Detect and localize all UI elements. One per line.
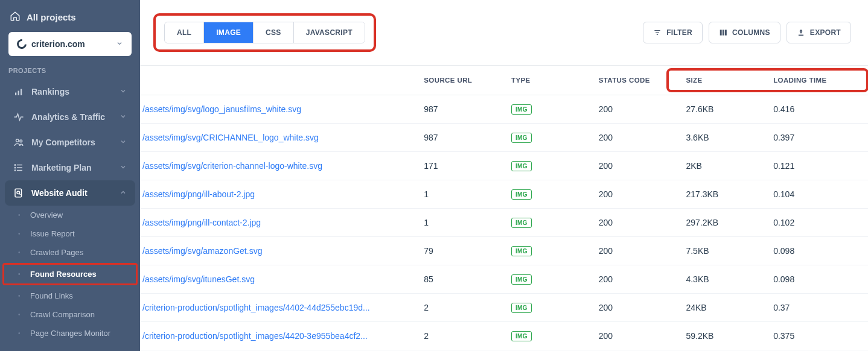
type-badge: IMG: [511, 331, 532, 341]
sidebar-item-website-audit[interactable]: Website Audit: [5, 180, 135, 206]
resource-link[interactable]: /assets/img/png/ill-about-2.jpg: [142, 189, 255, 199]
sidebar-subitem-issue-report[interactable]: Issue Report: [0, 224, 140, 243]
project-logo-icon: [15, 37, 29, 51]
chevron-down-icon: [120, 163, 127, 172]
col-status-code[interactable]: STATUS CODE: [592, 66, 679, 95]
resource-type-tabs: ALLIMAGECSSJAVASCRIPT: [164, 22, 365, 43]
tab-image[interactable]: IMAGE: [204, 22, 254, 43]
tab-all[interactable]: ALL: [165, 22, 204, 43]
table-row[interactable]: /assets/img/svg/CRICHANNEL_logo_white.sv…: [140, 124, 868, 152]
cell-source-url: 2: [416, 294, 504, 322]
sidebar-subitem-page-changes-monitor[interactable]: Page Changes Monitor: [0, 324, 140, 343]
type-badge: IMG: [511, 161, 532, 171]
projects-section-label: PROJECTS: [0, 67, 140, 79]
col-type[interactable]: TYPE: [504, 66, 592, 95]
cell-size: 7.5KB: [678, 237, 766, 265]
cell-resource: /assets/img/svg/logo_janusfilms_white.sv…: [140, 95, 416, 124]
export-button[interactable]: EXPORT: [787, 22, 851, 43]
cell-loading-time: 0.375: [766, 322, 868, 350]
table-row[interactable]: /criterion-production/spotlight_images/4…: [140, 322, 868, 350]
cell-size: 297.2KB: [678, 209, 766, 237]
resource-link[interactable]: /assets/img/svg/CRICHANNEL_logo_white.sv…: [142, 133, 319, 142]
resource-link[interactable]: /criterion-production/spotlight_images/4…: [142, 331, 368, 341]
table-container[interactable]: SOURCE URL TYPE STATUS CODE SIZE LOADING…: [140, 66, 868, 351]
sidebar-item-marketing-plan[interactable]: Marketing Plan: [5, 155, 135, 180]
resource-link[interactable]: /assets/img/svg/logo_janusfilms_white.sv…: [142, 104, 301, 114]
cell-type: IMG: [504, 265, 592, 294]
cell-source-url: 85: [416, 265, 504, 294]
cell-source-url: 171: [416, 152, 504, 180]
svg-rect-17: [720, 30, 722, 35]
type-badge: IMG: [511, 104, 532, 115]
cell-size: 59.2KB: [678, 322, 766, 350]
resource-link[interactable]: /assets/img/png/ill-contact-2.jpg: [142, 218, 261, 227]
svg-rect-1: [18, 91, 19, 96]
svg-rect-2: [21, 89, 22, 96]
table-row[interactable]: /assets/img/svg/itunesGet.svg85IMG2004.3…: [140, 265, 868, 294]
sidebar-subitem-overview[interactable]: Overview: [0, 206, 140, 224]
cell-resource: /assets/img/svg/CRICHANNEL_logo_white.sv…: [140, 124, 416, 152]
cell-status: 200: [592, 294, 679, 322]
cell-resource: /assets/img/png/ill-about-2.jpg: [140, 180, 416, 209]
cell-status: 200: [592, 237, 679, 265]
tab-javascript[interactable]: JAVASCRIPT: [294, 22, 365, 43]
project-selector[interactable]: criterion.com: [8, 32, 132, 56]
col-size[interactable]: SIZE: [678, 66, 766, 95]
table-row[interactable]: /assets/img/svg/criterion-channel-logo-w…: [140, 152, 868, 180]
search-page-icon: [13, 188, 24, 198]
chevron-up-icon: [120, 188, 127, 198]
resource-link[interactable]: /assets/img/svg/amazonGet.svg: [142, 246, 262, 256]
cell-type: IMG: [504, 294, 592, 322]
sidebar-subitem-crawl-comparison[interactable]: Crawl Comparison: [0, 305, 140, 324]
cell-source-url: 2: [416, 322, 504, 350]
chevron-down-icon: [120, 112, 127, 122]
filter-button[interactable]: FILTER: [643, 22, 703, 43]
main-content: ALLIMAGECSSJAVASCRIPT FILTER COLUMNS: [140, 0, 868, 351]
svg-point-4: [20, 140, 22, 142]
sidebar-subitem-crawled-pages[interactable]: Crawled Pages: [0, 243, 140, 262]
chevron-down-icon: [116, 40, 123, 49]
cell-loading-time: 0.104: [766, 180, 868, 209]
cell-resource: /criterion-production/spotlight_images/4…: [140, 294, 416, 322]
cell-source-url: 987: [416, 95, 504, 124]
resource-link[interactable]: /criterion-production/spotlight_images/4…: [142, 303, 370, 312]
resource-link[interactable]: /assets/img/svg/criterion-channel-logo-w…: [142, 161, 322, 171]
resource-link[interactable]: /assets/img/svg/itunesGet.svg: [142, 274, 255, 284]
sidebar: All projects criterion.com PROJECTS Rank…: [0, 0, 140, 351]
cell-resource: /assets/img/svg/criterion-channel-logo-w…: [140, 152, 416, 180]
people-icon: [13, 137, 24, 148]
sidebar-item-rankings[interactable]: Rankings: [5, 79, 135, 104]
all-projects-link[interactable]: All projects: [0, 7, 140, 32]
table-row[interactable]: /assets/img/svg/amazonGet.svg79IMG2007.5…: [140, 237, 868, 265]
filter-label: FILTER: [666, 28, 692, 37]
tab-css[interactable]: CSS: [254, 22, 294, 43]
cell-loading-time: 0.37: [766, 294, 868, 322]
sidebar-item-label: Rankings: [31, 87, 69, 96]
cell-type: IMG: [504, 180, 592, 209]
svg-rect-18: [723, 30, 724, 35]
sidebar-item-analytics-traffic[interactable]: Analytics & Traffic: [5, 104, 135, 130]
cell-size: 27.6KB: [678, 95, 766, 124]
table-row[interactable]: /criterion-production/spotlight_images/4…: [140, 294, 868, 322]
table-row[interactable]: /assets/img/svg/logo_janusfilms_white.sv…: [140, 95, 868, 124]
cell-size: 24KB: [678, 294, 766, 322]
cell-resource: /assets/img/svg/itunesGet.svg: [140, 265, 416, 294]
cell-loading-time: 0.416: [766, 95, 868, 124]
filter-tabs-highlight: ALLIMAGECSSJAVASCRIPT: [153, 13, 376, 52]
col-resource[interactable]: [140, 66, 416, 95]
cell-type: IMG: [504, 237, 592, 265]
cell-status: 200: [592, 180, 679, 209]
type-badge: IMG: [511, 246, 532, 256]
table-row[interactable]: /assets/img/png/ill-about-2.jpg1IMG20021…: [140, 180, 868, 209]
col-loading-time[interactable]: LOADING TIME: [766, 66, 868, 95]
toolbar: ALLIMAGECSSJAVASCRIPT FILTER COLUMNS: [140, 0, 868, 66]
sidebar-subitem-found-links[interactable]: Found Links: [0, 286, 140, 305]
home-icon: [10, 11, 21, 24]
svg-rect-19: [725, 30, 727, 35]
cell-status: 200: [592, 95, 679, 124]
col-source-url[interactable]: SOURCE URL: [416, 66, 504, 95]
columns-button[interactable]: COLUMNS: [709, 22, 780, 43]
sidebar-item-my-competitors[interactable]: My Competitors: [5, 130, 135, 155]
table-row[interactable]: /assets/img/png/ill-contact-2.jpg1IMG200…: [140, 209, 868, 237]
sidebar-subitem-found-resources[interactable]: Found Resources: [4, 265, 136, 283]
